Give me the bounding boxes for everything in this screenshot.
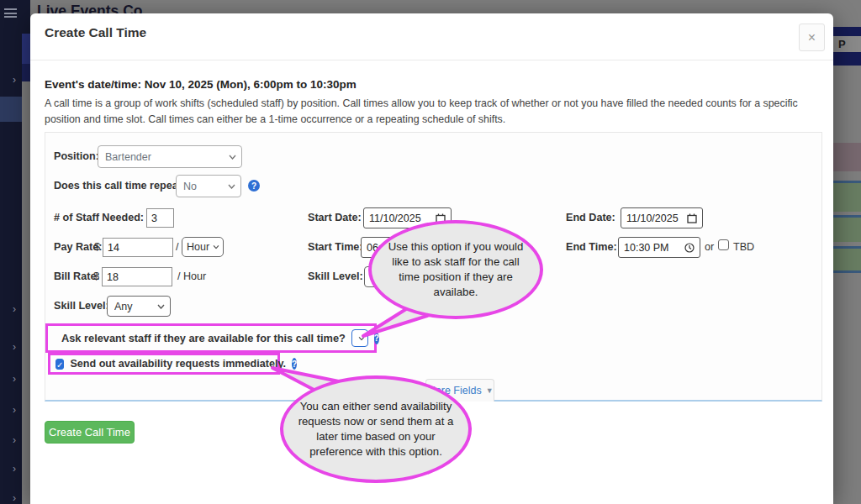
backdrop-navbar-band: [833, 27, 861, 36]
menu-icon[interactable]: [4, 8, 17, 18]
start-time-label: Start Time:: [308, 241, 363, 253]
sidebar: › › › › › › › ›: [0, 0, 22, 504]
currency-symbol: $: [93, 270, 99, 282]
backdrop-table-row-green: [833, 246, 861, 273]
chevron-right-icon[interactable]: ›: [13, 375, 16, 383]
callout-text: Use this option if you would like to ask…: [372, 239, 540, 299]
help-icon[interactable]: ?: [374, 333, 379, 344]
close-icon: ×: [808, 30, 816, 45]
pay-rate-input[interactable]: [103, 238, 173, 257]
event-datetime-text: Event's date/time: Nov 10, 2025 (Mon), 6…: [45, 78, 357, 91]
backdrop-navbar-band: [833, 52, 861, 66]
callout-bubble-send-requests: You can either send availability request…: [280, 375, 472, 483]
send-immediately-row: ✓ Send out availability requests immedia…: [48, 353, 280, 375]
ask-staff-label: Ask relevant staff if they are available…: [61, 332, 346, 344]
skill-level-select[interactable]: Any: [107, 296, 171, 317]
end-time-input[interactable]: 10:30 PM: [618, 237, 700, 258]
tbd-checkbox[interactable]: [718, 239, 729, 250]
bill-rate-input[interactable]: [102, 267, 172, 286]
chevron-right-icon[interactable]: ›: [13, 305, 16, 313]
pay-rate-unit-select[interactable]: Hour: [182, 237, 224, 257]
chevron-right-icon[interactable]: ›: [13, 465, 16, 473]
calendar-icon[interactable]: [687, 213, 697, 223]
create-call-time-modal: Create Call Time × Event's date/time: No…: [30, 13, 833, 504]
modal-title: Create Call Time: [45, 25, 146, 40]
divider: [30, 60, 833, 60]
screen: Live Events Co P › › › › › › › › Create …: [0, 0, 861, 504]
start-date-value: 11/10/2025: [369, 213, 421, 224]
currency-symbol: $: [94, 241, 100, 253]
position-select[interactable]: Bartender: [98, 145, 242, 168]
slash-separator: /: [176, 241, 179, 253]
chevron-right-icon[interactable]: ›: [13, 436, 16, 444]
staff-needed-input[interactable]: [146, 208, 174, 228]
repeat-select[interactable]: No: [176, 175, 241, 197]
end-date-label: End Date:: [566, 212, 615, 223]
end-time-value: 10:30 PM: [624, 242, 669, 254]
backdrop-gap-navy: [22, 64, 30, 81]
backdrop-table-row-pink: [833, 143, 861, 171]
position-label: Position:: [54, 150, 99, 162]
ask-staff-select[interactable]: Yes: [351, 329, 368, 347]
caret-down-icon: ▼: [486, 386, 494, 395]
chevron-right-icon[interactable]: ›: [13, 494, 16, 502]
end-date-value: 11/10/2025: [626, 213, 679, 224]
backdrop-button-fragment: P: [838, 38, 846, 50]
create-call-time-button[interactable]: Create Call Time: [45, 421, 135, 444]
call-time-description: A call time is a group of work shifts (s…: [45, 96, 820, 128]
help-icon[interactable]: ?: [248, 180, 260, 192]
repeat-label: Does this call time repeat?: [54, 180, 188, 192]
backdrop-table-row-green: [833, 215, 861, 242]
tbd-label: TBD: [733, 241, 754, 253]
bill-rate-unit-label: / Hour: [177, 270, 206, 282]
end-time-label: End Time:: [566, 241, 617, 253]
ask-staff-row: Ask relevant staff if they are available…: [45, 323, 377, 353]
send-immediately-checkbox[interactable]: ✓: [55, 359, 64, 370]
close-button[interactable]: ×: [799, 24, 825, 51]
end-date-input[interactable]: 11/10/2025: [621, 207, 703, 228]
help-icon[interactable]: ?: [292, 358, 297, 370]
backdrop-gap-blue: [22, 34, 30, 64]
chevron-right-icon[interactable]: ›: [13, 343, 16, 351]
chevron-right-icon[interactable]: ›: [13, 76, 16, 84]
skill-level-mid-label: Skill Level:: [308, 270, 363, 282]
sidebar-item-active[interactable]: [0, 97, 22, 122]
backdrop-toolbar-band: [833, 36, 861, 52]
callout-text: You can either send availability request…: [283, 399, 468, 459]
skill-level-label: Skill Level:: [54, 300, 109, 312]
staff-needed-label: # of Staff Needed:: [54, 212, 144, 223]
clock-icon[interactable]: [684, 243, 695, 253]
or-label: or: [705, 241, 714, 253]
send-immediately-label: Send out availability requests immediate…: [70, 358, 286, 370]
backdrop-table-row-green: [833, 181, 861, 212]
start-date-label: Start Date:: [308, 212, 362, 223]
callout-bubble-ask-staff: Use this option if you would like to ask…: [368, 220, 543, 319]
backdrop-gap-dark: [22, 0, 30, 34]
chevron-right-icon[interactable]: ›: [13, 406, 16, 414]
